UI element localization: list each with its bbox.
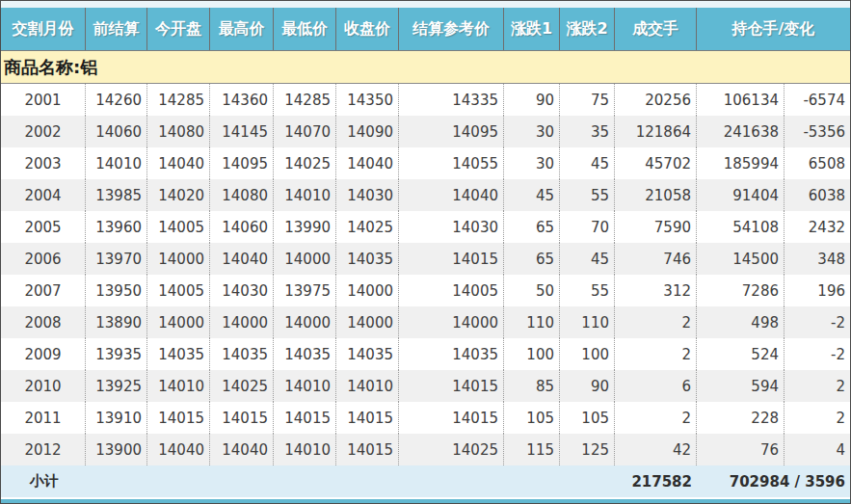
value-cell: 14095: [210, 147, 274, 179]
value-cell: 4: [785, 434, 850, 465]
table-row: 2009139351403514035140351403514035100100…: [1, 338, 850, 370]
value-cell: 14000: [274, 243, 336, 275]
value-cell: 14030: [210, 275, 274, 306]
value-cell: 14005: [399, 275, 504, 306]
value-cell: 196: [785, 275, 850, 306]
value-cell: 13925: [86, 370, 147, 402]
value-cell: 14285: [274, 84, 336, 116]
value-cell: 14010: [274, 434, 336, 465]
value-cell: 14035: [336, 243, 399, 275]
value-cell: 45702: [615, 147, 697, 179]
bottom-strip: [1, 499, 850, 503]
value-cell: 14035: [147, 338, 210, 370]
value-cell: 14285: [147, 84, 210, 116]
value-cell: 14010: [86, 147, 147, 179]
value-cell: 13935: [86, 338, 147, 370]
value-cell: 105: [504, 402, 560, 434]
value-cell: 14060: [210, 211, 274, 243]
subtotal-open-interest-change: 702984 / 3596: [697, 465, 850, 497]
value-cell: 21058: [615, 179, 697, 211]
value-cell: 185994: [697, 147, 785, 179]
value-cell: 14035: [336, 338, 399, 370]
value-cell: 55: [560, 275, 615, 306]
value-cell: 2432: [785, 211, 850, 243]
value-cell: 241638: [697, 116, 785, 147]
value-cell: 65: [504, 243, 560, 275]
column-header: 今开盘: [147, 8, 210, 50]
value-cell: 14005: [147, 275, 210, 306]
value-cell: -6574: [785, 84, 850, 116]
value-cell: 14040: [147, 147, 210, 179]
value-cell: 14335: [399, 84, 504, 116]
column-header: 持仓手/变化: [697, 8, 850, 50]
value-cell: 14060: [86, 116, 147, 147]
delivery-month-cell: 2009: [1, 338, 86, 370]
value-cell: 14010: [147, 370, 210, 402]
value-cell: 45: [560, 147, 615, 179]
product-name-label: 商品名称:铝: [4, 56, 97, 79]
table-row: 2012139001404014040140101401514025115125…: [1, 434, 850, 465]
value-cell: 70: [560, 211, 615, 243]
column-header: 收盘价: [336, 8, 399, 50]
delivery-month-cell: 2010: [1, 370, 86, 402]
value-cell: 90: [504, 84, 560, 116]
value-cell: 13900: [86, 434, 147, 465]
value-cell: 14015: [336, 402, 399, 434]
value-cell: 14000: [336, 275, 399, 306]
value-cell: 115: [504, 434, 560, 465]
futures-quotes-table: 交割月份前结算今开盘最高价最低价收盘价结算参考价涨跌1涨跌2成交手持仓手/变化 …: [0, 0, 851, 504]
value-cell: 7286: [697, 275, 785, 306]
value-cell: 2: [615, 338, 697, 370]
table-body: 2001142601428514360142851435014335907520…: [1, 84, 850, 465]
value-cell: 54108: [697, 211, 785, 243]
value-cell: 14030: [336, 179, 399, 211]
table-row: 2002140601408014145140701409014095303512…: [1, 116, 850, 147]
value-cell: 7590: [615, 211, 697, 243]
value-cell: 14015: [147, 402, 210, 434]
delivery-month-cell: 2007: [1, 275, 86, 306]
value-cell: 100: [504, 338, 560, 370]
value-cell: 42: [615, 434, 697, 465]
value-cell: 105: [560, 402, 615, 434]
value-cell: 13985: [86, 179, 147, 211]
value-cell: 13975: [274, 275, 336, 306]
value-cell: 106134: [697, 84, 785, 116]
value-cell: 14000: [274, 306, 336, 338]
value-cell: 65: [504, 211, 560, 243]
value-cell: 348: [785, 243, 850, 275]
value-cell: 746: [615, 243, 697, 275]
column-header: 前结算: [86, 8, 147, 50]
subtotal-label: 小计: [1, 465, 615, 497]
value-cell: 110: [560, 306, 615, 338]
value-cell: 2: [785, 402, 850, 434]
value-cell: 14260: [86, 84, 147, 116]
value-cell: 14025: [210, 370, 274, 402]
table-row: 2001142601428514360142851435014335907520…: [1, 84, 850, 116]
value-cell: 35: [560, 116, 615, 147]
value-cell: -5356: [785, 116, 850, 147]
value-cell: 14500: [697, 243, 785, 275]
subtotal-volume: 217582: [615, 465, 697, 497]
value-cell: 14040: [210, 434, 274, 465]
value-cell: 14035: [210, 338, 274, 370]
value-cell: 14020: [147, 179, 210, 211]
column-header: 交割月份: [1, 8, 86, 50]
value-cell: 13960: [86, 211, 147, 243]
table-row: 2011139101401514015140151401514015105105…: [1, 402, 850, 434]
delivery-month-cell: 2005: [1, 211, 86, 243]
value-cell: 14025: [399, 434, 504, 465]
value-cell: 14025: [336, 211, 399, 243]
value-cell: 30: [504, 147, 560, 179]
subtotal-row: 小计 217582 702984 / 3596: [1, 465, 850, 497]
value-cell: 91404: [697, 179, 785, 211]
value-cell: 121864: [615, 116, 697, 147]
value-cell: 14000: [210, 306, 274, 338]
delivery-month-cell: 2006: [1, 243, 86, 275]
value-cell: 14025: [274, 147, 336, 179]
value-cell: 55: [560, 179, 615, 211]
value-cell: 90: [560, 370, 615, 402]
delivery-month-cell: 2002: [1, 116, 86, 147]
value-cell: 14070: [274, 116, 336, 147]
value-cell: 13910: [86, 402, 147, 434]
value-cell: 6508: [785, 147, 850, 179]
